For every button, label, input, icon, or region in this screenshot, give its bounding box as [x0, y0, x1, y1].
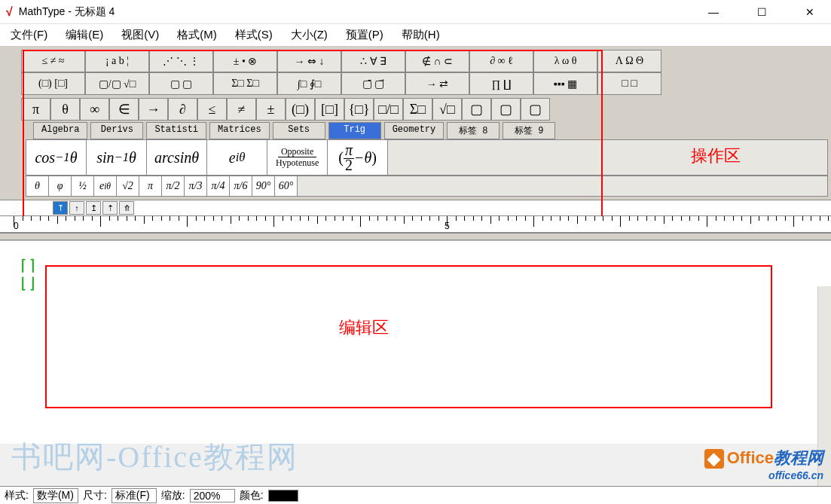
expression-small-button[interactable]: π	[139, 176, 162, 196]
category-tab[interactable]: Derivs	[90, 122, 143, 139]
expression-small-button[interactable]: 60°	[275, 176, 298, 196]
menu-bar: 文件(F)编辑(E)视图(V)格式(M)样式(S)大小(Z)预置(P)帮助(H)	[0, 24, 831, 47]
symbol-palette-button[interactable]: ≤ ≠ ≈	[21, 50, 85, 72]
symbol-palette-button[interactable]: ≠	[227, 98, 256, 121]
category-tab[interactable]: Matrices	[209, 122, 270, 139]
category-tab[interactable]: 标签 8	[447, 122, 500, 139]
tabstop-left-icon[interactable]: ⤒	[53, 201, 68, 215]
symbol-palette-button[interactable]: ▢̄ ▢⃗	[341, 72, 405, 95]
expression-large-button[interactable]: sin−1 θ	[87, 140, 147, 175]
expression-small-button[interactable]: π/3	[185, 176, 207, 196]
status-style-value[interactable]: 数学(M)	[33, 488, 78, 503]
symbol-toolbox: 操作区 ≤ ≠ ≈¡ a b ¦⋰ ⋱ ⋮± • ⊗→ ⇔ ↓∴ ∀ ∃∉ ∩ …	[0, 47, 831, 200]
symbol-palette-button[interactable]: θ	[50, 98, 80, 121]
symbol-palette-button[interactable]: π	[21, 98, 50, 121]
tabstop-right-icon[interactable]: ↥	[86, 201, 101, 215]
expression-large-button[interactable]: cos−1 θ	[26, 140, 87, 175]
status-size-label: 尺寸:	[83, 489, 107, 502]
tabstop-center-icon[interactable]: ↑	[69, 201, 84, 215]
ruler[interactable]: 0 5	[0, 216, 831, 233]
expression-small-button[interactable]: φ	[49, 176, 72, 196]
menu-item[interactable]: 大小(Z)	[283, 25, 335, 45]
symbol-palette-button[interactable]: (□)	[286, 98, 315, 121]
tabstop-toolbar: ⤒ ↑ ↥ ⇡ ⤊	[0, 200, 831, 216]
menu-item[interactable]: 视图(V)	[114, 25, 167, 45]
title-bar: √ MathType - 无标题 4 — ☐ ✕	[0, 0, 831, 24]
expression-small-button[interactable]: 90°	[252, 176, 275, 196]
edit-area-label: 编辑区	[339, 316, 389, 339]
symbol-palette-button[interactable]: →	[139, 98, 168, 121]
menu-item[interactable]: 样式(S)	[228, 25, 280, 45]
status-zoom-value[interactable]: 200%	[190, 489, 235, 502]
category-tab[interactable]: 标签 9	[503, 122, 555, 139]
symbol-palette-button[interactable]: ∈	[109, 98, 139, 121]
symbol-palette-button[interactable]: □/□	[374, 98, 403, 121]
logo-brand: Office	[727, 448, 774, 467]
symbol-palette-button[interactable]: ▢	[491, 98, 521, 121]
status-color-swatch[interactable]	[268, 490, 298, 502]
maximize-button[interactable]: ☐	[747, 6, 777, 18]
expression-large-button[interactable]: (π2 − θ)	[328, 140, 388, 175]
status-size-value[interactable]: 标准(F)	[112, 488, 157, 503]
symbol-palette-button[interactable]: ± • ⊗	[213, 50, 277, 72]
ruler-mark-0: 0	[14, 221, 19, 231]
edit-area[interactable]: ⌈⌉⌊⌋ 编辑区	[0, 240, 831, 444]
expression-small-button[interactable]: √2	[117, 176, 139, 196]
expression-small-button[interactable]: θ	[26, 176, 49, 196]
minimize-button[interactable]: —	[698, 6, 729, 18]
menu-item[interactable]: 帮助(H)	[394, 25, 448, 45]
symbol-palette-button[interactable]: ⋰ ⋱ ⋮	[149, 50, 213, 72]
symbol-palette-button[interactable]: ∉ ∩ ⊂	[405, 50, 469, 72]
tabstop-decimal-icon[interactable]: ⇡	[102, 201, 118, 215]
symbol-palette-button[interactable]: (□) [□]	[21, 72, 85, 95]
symbol-palette-button[interactable]: ▢	[462, 98, 491, 121]
symbol-palette-button[interactable]: → ⇄	[405, 72, 469, 95]
symbol-palette-button[interactable]: ∴ ∀ ∃	[341, 50, 405, 72]
expression-large-button[interactable]: eiθ	[207, 140, 267, 175]
expression-large-button[interactable]: arcsinθ	[147, 140, 207, 175]
symbol-palette-button[interactable]: ∂ ∞ ℓ	[469, 50, 533, 72]
close-button[interactable]: ✕	[795, 6, 825, 18]
symbol-palette-button[interactable]: ▪▪▪ ▦	[533, 72, 597, 95]
expression-small-button[interactable]: eiθ	[94, 176, 117, 196]
expression-large-button[interactable]: OppositeHypotenuse	[267, 140, 328, 175]
menu-item[interactable]: 格式(M)	[170, 25, 225, 45]
symbol-palette-button[interactable]: Σ□	[403, 98, 432, 121]
app-icon: √	[6, 5, 13, 19]
category-tab[interactable]: Sets	[273, 122, 325, 139]
symbol-palette-button[interactable]: ¡ a b ¦	[85, 50, 149, 72]
symbol-palette-button[interactable]: [□]	[315, 98, 344, 121]
menu-item[interactable]: 文件(F)	[3, 25, 55, 45]
symbol-palette-button[interactable]: ∂	[168, 98, 197, 121]
symbol-palette-button[interactable]: ∫□ ∮□	[277, 72, 341, 95]
symbol-palette-button[interactable]: ≤	[197, 98, 227, 121]
symbol-palette-button[interactable]: ∏ ∐	[469, 72, 533, 95]
expression-small-button[interactable]: ½	[72, 176, 94, 196]
symbol-palette-button[interactable]: ±	[256, 98, 286, 121]
category-tab[interactable]: Algebra	[33, 122, 87, 139]
status-color-label: 颜色:	[240, 489, 264, 502]
tabstop-bar-icon[interactable]: ⤊	[119, 201, 134, 215]
watermark-logo: ◆Office教程网 office66.cn	[704, 447, 823, 481]
symbol-palette-button[interactable]: → ⇔ ↓	[277, 50, 341, 72]
symbol-palette-button[interactable]: □ □	[597, 72, 661, 95]
symbol-palette-button[interactable]: ▢ ▢	[149, 72, 213, 95]
expression-small-button[interactable]: π/2	[162, 176, 185, 196]
symbol-palette-button[interactable]: √□	[432, 98, 462, 121]
symbol-palette-button[interactable]: λ ω θ	[533, 50, 597, 72]
symbol-palette-button[interactable]: {□}	[344, 98, 374, 121]
category-tab[interactable]: Trig	[328, 122, 381, 139]
symbol-palette-button[interactable]: ∞	[80, 98, 109, 121]
watermark-text: 书吧网-Office教程网	[11, 436, 298, 478]
category-tab[interactable]: Statisti	[146, 122, 206, 139]
symbol-palette-button[interactable]: ▢/▢ √□	[85, 72, 149, 95]
symbol-palette-button[interactable]: Λ Ω Θ	[597, 50, 661, 72]
symbol-palette-button[interactable]: ▢	[521, 98, 550, 121]
category-tab[interactable]: Geometry	[384, 122, 445, 139]
expression-small-button[interactable]: π/4	[207, 176, 230, 196]
expression-small-button[interactable]: π/6	[230, 176, 252, 196]
pane-divider[interactable]	[0, 233, 831, 240]
symbol-palette-button[interactable]: Σ□ Σ□	[213, 72, 277, 95]
menu-item[interactable]: 预置(P)	[338, 25, 391, 45]
menu-item[interactable]: 编辑(E)	[58, 25, 111, 45]
